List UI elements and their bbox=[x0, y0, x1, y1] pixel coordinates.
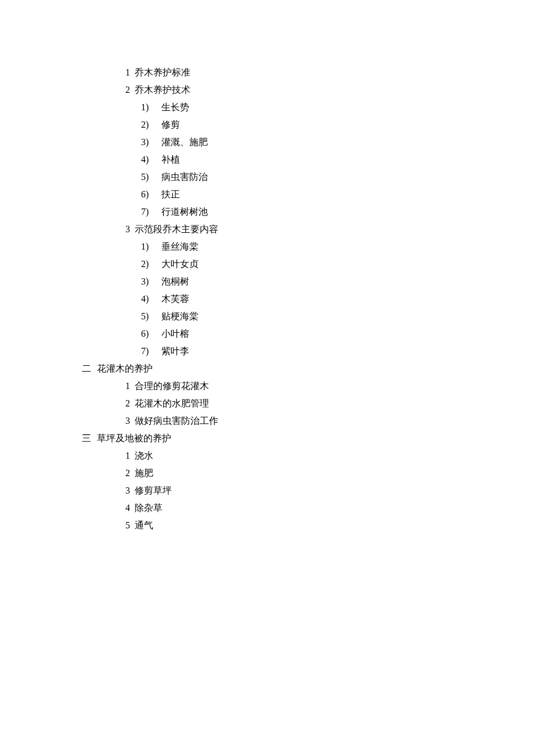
outline-item: 1乔木养护标准 bbox=[0, 64, 534, 81]
item-text: 施肥 bbox=[135, 468, 153, 478]
item-number: 1 bbox=[125, 381, 130, 391]
outline-item: 3修剪草坪 bbox=[0, 482, 534, 499]
document-page: 1乔木养护标准 2乔木养护技术 1)生长势 2)修剪 3)灌溉、施肥 4)补植 … bbox=[0, 0, 534, 534]
outline-subitem: 1)垂丝海棠 bbox=[0, 238, 534, 255]
item-number: 5 bbox=[125, 520, 130, 530]
subitem-text: 垂丝海棠 bbox=[161, 242, 199, 251]
subitem-number: 3) bbox=[141, 276, 149, 286]
subitem-text: 灌溉、施肥 bbox=[161, 137, 208, 147]
subitem-text: 生长势 bbox=[161, 102, 189, 112]
outline-subitem: 6)扶正 bbox=[0, 186, 534, 203]
subitem-number: 5) bbox=[141, 172, 149, 182]
item-number: 3 bbox=[125, 224, 130, 234]
outline-item: 2乔木养护技术 bbox=[0, 81, 534, 99]
item-number: 3 bbox=[125, 416, 130, 426]
subitem-number: 5) bbox=[141, 311, 149, 321]
section-heading: 三草坪及地被的养护 bbox=[0, 430, 534, 447]
outline-item: 4除杂草 bbox=[0, 499, 534, 517]
subitem-text: 紫叶李 bbox=[161, 346, 189, 356]
subitem-text: 行道树树池 bbox=[161, 207, 208, 217]
subitem-text: 贴梗海棠 bbox=[161, 311, 199, 321]
outline-item: 3做好病虫害防治工作 bbox=[0, 412, 534, 430]
outline-subitem: 7)紫叶李 bbox=[0, 343, 534, 360]
subitem-number: 1) bbox=[141, 242, 149, 251]
outline-subitem: 1)生长势 bbox=[0, 99, 534, 116]
subitem-number: 2) bbox=[141, 120, 149, 129]
item-text: 通气 bbox=[135, 520, 153, 530]
subitem-number: 3) bbox=[141, 137, 149, 147]
subitem-text: 补植 bbox=[161, 154, 180, 164]
outline-subitem: 6)小叶榕 bbox=[0, 325, 534, 343]
item-text: 除杂草 bbox=[135, 503, 163, 513]
subitem-text: 病虫害防治 bbox=[161, 172, 208, 182]
item-text: 花灌木的水肥管理 bbox=[135, 398, 209, 408]
item-text: 修剪草坪 bbox=[135, 485, 172, 495]
outline-item: 5通气 bbox=[0, 517, 534, 534]
subitem-number: 1) bbox=[141, 102, 149, 112]
outline-subitem: 2)修剪 bbox=[0, 116, 534, 134]
outline-subitem: 2)大叶女贞 bbox=[0, 255, 534, 273]
item-number: 2 bbox=[125, 398, 130, 408]
item-text: 做好病虫害防治工作 bbox=[135, 416, 218, 426]
item-text: 合理的修剪花灌木 bbox=[135, 381, 209, 391]
item-text: 乔木养护技术 bbox=[135, 85, 190, 95]
subitem-number: 6) bbox=[141, 329, 149, 339]
subitem-number: 7) bbox=[141, 207, 149, 217]
outline-subitem: 3)泡桐树 bbox=[0, 273, 534, 290]
section-text: 草坪及地被的养护 bbox=[97, 433, 171, 443]
item-number: 2 bbox=[125, 85, 130, 95]
item-number: 1 bbox=[125, 67, 130, 77]
outline-subitem: 4)补植 bbox=[0, 151, 534, 168]
outline-subitem: 5)病虫害防治 bbox=[0, 168, 534, 186]
item-number: 2 bbox=[125, 468, 130, 478]
section-number: 二 bbox=[82, 363, 91, 373]
outline-item: 1浇水 bbox=[0, 447, 534, 465]
section-number: 三 bbox=[82, 433, 91, 443]
outline-item: 1合理的修剪花灌木 bbox=[0, 377, 534, 395]
item-number: 1 bbox=[125, 451, 130, 460]
outline-subitem: 4)木芙蓉 bbox=[0, 290, 534, 308]
subitem-number: 4) bbox=[141, 154, 149, 164]
subitem-text: 修剪 bbox=[161, 120, 180, 129]
item-number: 3 bbox=[125, 485, 130, 495]
subitem-text: 小叶榕 bbox=[161, 329, 189, 339]
subitem-text: 泡桐树 bbox=[161, 276, 189, 286]
subitem-number: 4) bbox=[141, 294, 149, 304]
section-heading: 二花灌木的养护 bbox=[0, 360, 534, 377]
subitem-number: 6) bbox=[141, 189, 149, 199]
section-text: 花灌木的养护 bbox=[97, 363, 153, 373]
item-text: 示范段乔木主要内容 bbox=[135, 224, 218, 234]
subitem-number: 2) bbox=[141, 259, 149, 269]
item-number: 4 bbox=[125, 503, 130, 513]
outline-item: 2施肥 bbox=[0, 465, 534, 482]
item-text: 浇水 bbox=[135, 451, 153, 460]
outline-item: 3示范段乔木主要内容 bbox=[0, 221, 534, 238]
subitem-text: 木芙蓉 bbox=[161, 294, 189, 304]
item-text: 乔木养护标准 bbox=[135, 67, 190, 77]
subitem-text: 扶正 bbox=[161, 189, 180, 199]
outline-subitem: 3)灌溉、施肥 bbox=[0, 134, 534, 151]
outline-item: 2花灌木的水肥管理 bbox=[0, 395, 534, 412]
outline-subitem: 7)行道树树池 bbox=[0, 203, 534, 221]
subitem-number: 7) bbox=[141, 346, 149, 356]
subitem-text: 大叶女贞 bbox=[161, 259, 199, 269]
outline-subitem: 5)贴梗海棠 bbox=[0, 308, 534, 325]
